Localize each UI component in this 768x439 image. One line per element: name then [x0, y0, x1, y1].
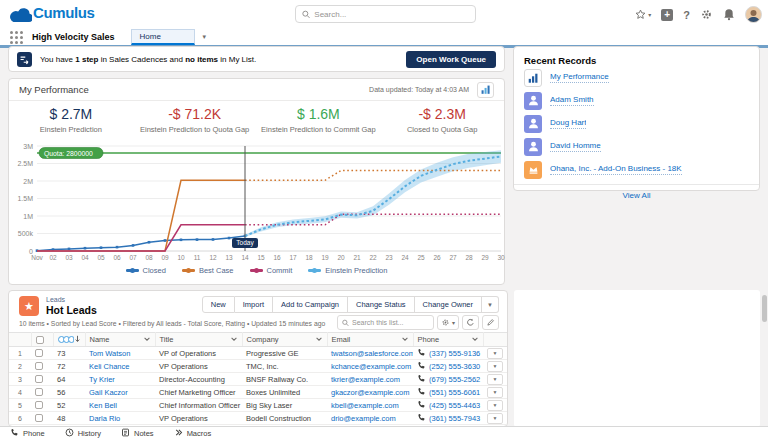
phone-link[interactable]: (425) 555-4463 — [429, 401, 480, 410]
row-select-cell[interactable] — [31, 399, 53, 412]
list-search-input[interactable] — [352, 319, 429, 326]
tab-chevron-down-icon[interactable]: ▾ — [203, 33, 207, 41]
row-checkbox[interactable] — [35, 414, 43, 422]
legend-item-best-case[interactable]: Best Case — [182, 266, 234, 275]
svg-text:2.5M: 2.5M — [17, 160, 33, 167]
utility-item-phone[interactable]: Phone — [10, 428, 45, 439]
legend-item-commit[interactable]: Commit — [250, 266, 293, 275]
favorites-caret-icon[interactable]: ▾ — [648, 11, 651, 18]
edit-button[interactable] — [482, 315, 499, 330]
row-checkbox[interactable] — [35, 388, 43, 396]
list-settings-button[interactable]: ▾ — [437, 315, 459, 330]
email-cell: kbell@example.com — [327, 399, 413, 412]
kpi-value: $ 1.6M — [257, 106, 381, 122]
name-link[interactable]: Darla Rio — [89, 414, 120, 423]
utility-item-notes[interactable]: Notes — [121, 428, 154, 439]
svg-text:18: 18 — [305, 254, 313, 261]
recent-record-link[interactable]: David Homme — [550, 141, 601, 152]
phone-cell-wrap: (551) 555-6061 — [413, 386, 483, 399]
user-avatar[interactable] — [745, 6, 762, 23]
refresh-button[interactable] — [462, 315, 479, 330]
phone-link[interactable]: (252) 555-3630 — [429, 362, 480, 371]
help-icon[interactable]: ? — [683, 9, 690, 21]
action-button-add-to-campaign[interactable]: Add to Campaign — [273, 296, 348, 313]
chart-settings-button[interactable] — [477, 82, 494, 98]
row-select-cell[interactable] — [31, 360, 53, 373]
page-scrollbar[interactable] — [762, 47, 767, 426]
recent-record-item[interactable]: Ohana, Inc. - Add-On Business - 18K — [524, 158, 749, 181]
app-launcher-waffle-icon[interactable] — [10, 31, 23, 44]
recent-record-item[interactable]: My Performance — [524, 66, 749, 89]
list-search[interactable] — [337, 315, 434, 330]
row-checkbox[interactable] — [35, 375, 43, 383]
global-search-input[interactable] — [314, 10, 469, 19]
recent-records-list: My PerformanceAdam SmithDoug HartDavid H… — [524, 66, 749, 181]
favorites-star-icon[interactable] — [635, 9, 646, 20]
email-link[interactable]: kbell@example.com — [331, 401, 399, 410]
phone-link[interactable]: (551) 555-6061 — [429, 388, 480, 397]
add-new-icon[interactable]: + — [661, 9, 673, 21]
legend-item-closed[interactable]: Closed — [126, 266, 166, 275]
name-link[interactable]: Ty Krier — [89, 375, 115, 384]
row-select-cell[interactable] — [31, 347, 53, 360]
email-link[interactable]: gkaczor@example.com — [331, 388, 409, 397]
utility-item-macros[interactable]: Macros — [174, 428, 212, 439]
email-link[interactable]: kchance@example.com — [331, 362, 411, 371]
name-link[interactable]: Gail Kaczor — [89, 388, 128, 397]
row-checkbox[interactable] — [35, 401, 43, 409]
row-actions-button[interactable]: ▼ — [487, 361, 503, 372]
action-button-new[interactable]: New — [202, 296, 235, 313]
recent-record-link[interactable]: Ohana, Inc. - Add-On Business - 18K — [550, 164, 682, 175]
phone-link[interactable]: (337) 555-9136 — [429, 349, 480, 358]
recent-record-link[interactable]: Doug Hart — [550, 118, 586, 129]
recent-record-link[interactable]: My Performance — [550, 72, 609, 83]
lead-score-header[interactable] — [53, 333, 85, 347]
phone-link[interactable]: (679) 555-2562 — [429, 375, 480, 384]
email-link[interactable]: tkrier@example.com — [331, 375, 400, 384]
svg-text:19: 19 — [321, 254, 329, 261]
global-search[interactable] — [295, 5, 476, 23]
row-select-cell[interactable] — [31, 373, 53, 386]
name-link[interactable]: Keli Chance — [89, 362, 129, 371]
row-actions-button[interactable]: ▼ — [487, 387, 503, 398]
recent-record-item[interactable]: David Homme — [524, 135, 749, 158]
action-button-import[interactable]: Import — [235, 296, 273, 313]
row-actions-button[interactable]: ▼ — [487, 348, 503, 359]
legend-item-einstein-prediction[interactable]: Einstein Prediction — [308, 266, 387, 275]
more-actions-button[interactable]: ▼ — [482, 296, 499, 313]
action-button-change-status[interactable]: Change Status — [348, 296, 415, 313]
column-header-title[interactable]: Title — [155, 333, 242, 347]
phone-link[interactable]: (361) 555-7943 — [429, 414, 480, 423]
select-all-checkbox[interactable] — [36, 336, 44, 344]
recent-record-item[interactable]: Doug Hart — [524, 112, 749, 135]
column-header-name[interactable]: Name — [85, 333, 155, 347]
email-link[interactable]: twatson@salesforce.com — [331, 349, 413, 358]
row-checkbox[interactable] — [35, 349, 43, 357]
recent-record-link[interactable]: Adam Smith — [550, 95, 594, 106]
recent-record-item[interactable]: Adam Smith — [524, 89, 749, 112]
column-header-company[interactable]: Company — [242, 333, 327, 347]
row-select-cell[interactable] — [31, 386, 53, 399]
select-all-header[interactable] — [31, 333, 53, 347]
row-actions-button[interactable]: ▼ — [487, 400, 503, 411]
column-header-phone[interactable]: Phone — [413, 333, 483, 347]
kpi-value: -$ 2.3M — [380, 106, 504, 122]
row-actions-button[interactable]: ▼ — [487, 374, 503, 385]
tab-home[interactable]: Home — [131, 29, 195, 45]
utility-item-history[interactable]: History — [65, 428, 101, 439]
view-all-link[interactable]: View All — [514, 184, 759, 200]
caret-down-icon: ▼ — [487, 302, 493, 308]
row-checkbox[interactable] — [35, 362, 43, 370]
setup-gear-icon[interactable] — [700, 8, 713, 21]
action-button-change-owner[interactable]: Change Owner — [415, 296, 482, 313]
column-header-email[interactable]: Email — [327, 333, 413, 347]
name-link[interactable]: Ken Bell — [89, 401, 117, 410]
name-link[interactable]: Tom Watson — [89, 349, 130, 358]
open-work-queue-button[interactable]: Open Work Queue — [406, 51, 496, 68]
legend-marker-icon — [250, 267, 263, 274]
row-select-cell[interactable] — [31, 412, 53, 425]
row-actions-button[interactable]: ▼ — [487, 413, 503, 424]
scrollbar-thumb[interactable] — [762, 295, 767, 322]
notifications-bell-icon[interactable] — [723, 8, 735, 21]
email-link[interactable]: drio@example.com — [331, 414, 396, 423]
